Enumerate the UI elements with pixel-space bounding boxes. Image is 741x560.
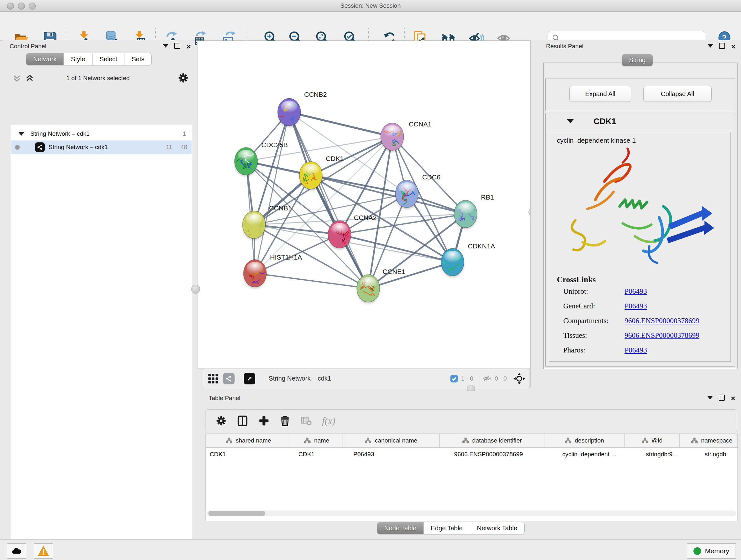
cloud-status-button[interactable]	[7, 543, 26, 559]
crosslink-row-tissues: Tissues:9606.ENSP00000378699	[549, 331, 731, 346]
window-close-traffic-light[interactable]	[7, 3, 14, 10]
expand-all-button[interactable]: Expand All	[569, 86, 631, 102]
column-tree-icon	[226, 437, 232, 444]
network-share-view-button[interactable]	[223, 373, 234, 384]
selected-checkbox-icon[interactable]	[450, 374, 459, 383]
main-toolbar: ?	[0, 12, 741, 41]
panel-float-icon[interactable]	[719, 43, 725, 49]
tab-network-table[interactable]: Network Table	[470, 522, 524, 534]
crosslink-label: Tissues:	[563, 331, 587, 340]
window-minimize-traffic-light[interactable]	[18, 3, 25, 10]
panel-float-icon[interactable]	[174, 43, 180, 49]
gear-icon	[178, 72, 189, 84]
warnings-button[interactable]	[34, 543, 53, 559]
network-node-CCNA2[interactable]: CCNA2	[328, 214, 377, 249]
column-header-shared-name[interactable]: shared name	[206, 434, 291, 447]
column-header-name[interactable]: name	[291, 434, 342, 447]
cell-canonical-name[interactable]: P06493	[349, 448, 450, 461]
node-count: 11	[166, 144, 172, 151]
cell-namespace[interactable]: stringdb	[701, 448, 738, 461]
tab-select[interactable]: Select	[92, 53, 125, 65]
crosslink-link[interactable]: P06493	[624, 302, 647, 310]
column-header-database-identifier[interactable]: database identifier	[440, 434, 544, 447]
open-in-window-button[interactable]	[244, 373, 255, 384]
tab-network[interactable]: Network	[26, 53, 64, 65]
warning-triangle-icon	[38, 545, 49, 557]
node-label-CCNE1: CCNE1	[383, 268, 405, 275]
network-collection-row[interactable]: String Network – cdk1 1	[11, 127, 192, 140]
column-header-description[interactable]: description	[544, 434, 624, 447]
tab-string[interactable]: String	[622, 54, 653, 66]
protein-card-header[interactable]: CDK1	[546, 113, 735, 130]
network-edge-CCNA1-CDC25B[interactable]	[246, 137, 392, 161]
selected-count: 1 - 0	[461, 375, 473, 382]
cell-shared-name[interactable]: CDK1	[206, 448, 294, 461]
crosslink-link[interactable]: 9606.ENSP00000378699	[624, 331, 699, 340]
network-edge-CDK1-CCNA1[interactable]	[311, 137, 392, 175]
table-settings-gear-button[interactable]	[215, 415, 227, 427]
crosslink-link[interactable]: P06493	[624, 346, 647, 354]
left-splitter-handle[interactable]	[191, 285, 200, 294]
network-node-HIST1H1A[interactable]: HIST1H1A	[244, 253, 302, 288]
network-row-selected[interactable]: String Network – cdk1 11 48	[11, 140, 192, 154]
network-edge-CCNB2-CCNA1[interactable]	[289, 112, 392, 137]
delete-column-button[interactable]	[279, 415, 291, 427]
network-edge-CDKN1A-CCNE1[interactable]	[368, 262, 453, 288]
crosslink-link[interactable]: 9606.ENSP00000378699	[624, 317, 699, 325]
collapse-all-button[interactable]: Collapse All	[643, 86, 712, 102]
crosslink-row-compartments: Compartments:9606.ENSP00000378699	[549, 317, 731, 331]
results-panel-tabs: String	[622, 54, 653, 66]
network-name: String Network – cdk1	[49, 144, 108, 151]
network-options-gear-button[interactable]	[178, 72, 189, 85]
table-horizontal-scrollbar[interactable]	[206, 510, 736, 516]
tab-sets[interactable]: Sets	[125, 53, 151, 65]
panel-close-icon[interactable]: ×	[731, 44, 736, 50]
panel-menu-icon[interactable]	[708, 44, 713, 48]
cell-name[interactable]: CDK1	[294, 448, 349, 461]
tab-edge-table[interactable]: Edge Table	[424, 522, 470, 534]
column-tree-icon	[364, 437, 372, 444]
netbar-separator	[478, 372, 478, 385]
protein-details: cyclin–dependent kinase 1	[549, 132, 731, 362]
network-node-CCNE1[interactable]: CCNE1	[357, 268, 405, 303]
cell-database-identifier[interactable]: 9606.ENSP00000378699	[450, 448, 558, 461]
column-header-canonical-name[interactable]: canonical name	[342, 434, 440, 447]
collapse-section-icon[interactable]	[567, 119, 574, 123]
add-column-button[interactable]	[258, 415, 270, 427]
crosslink-row-genecard: GeneCard:P06493	[549, 302, 731, 317]
network-edge-CCNA2-CDKN1A[interactable]	[340, 234, 453, 262]
table-row[interactable]: CDK1CDK1P064939606.ENSP00000378699cyclin…	[206, 448, 738, 461]
crosslink-label: Uniprot:	[563, 287, 588, 296]
status-bar: Memory	[0, 539, 741, 560]
show-columns-button[interactable]	[237, 415, 249, 427]
tree-expander-icon[interactable]	[18, 132, 24, 136]
memory-button[interactable]: Memory	[687, 543, 736, 559]
network-canvas[interactable]: CCNB2CCNA1CDC25BCDK1CDC6RB1CCNB1CCNA2CDK…	[197, 41, 530, 369]
grid-view-button[interactable]	[208, 373, 219, 384]
tab-style[interactable]: Style	[64, 53, 92, 65]
network-node-CCNB2[interactable]: CCNB2	[276, 91, 327, 127]
network-edge-CCNB2-HIST1H1A[interactable]	[255, 112, 289, 273]
column-header-namespace[interactable]: namespace	[680, 434, 738, 447]
panel-close-icon[interactable]: ×	[186, 44, 191, 50]
hidden-eye-icon[interactable]	[482, 374, 492, 383]
panel-menu-icon[interactable]	[707, 396, 713, 399]
network-edge-HIST1H1A-CCNE1[interactable]	[255, 273, 368, 288]
node-label-CDK1: CDK1	[326, 155, 344, 162]
table-type-tabs: Node Table Edge Table Network Table	[377, 522, 524, 534]
network-graph[interactable]: CCNB2CCNA1CDC25BCDK1CDC6RB1CCNB1CCNA2CDK…	[198, 41, 530, 368]
panel-close-icon[interactable]: ×	[731, 395, 735, 401]
panel-float-icon[interactable]	[719, 395, 725, 401]
cell-description[interactable]: cyclin–dependent ...	[558, 448, 642, 461]
tab-node-table[interactable]: Node Table	[377, 522, 424, 534]
window-zoom-traffic-light[interactable]	[29, 3, 36, 10]
panel-menu-icon[interactable]	[163, 44, 169, 48]
network-node-CCNA1[interactable]: CCNA1	[381, 120, 431, 151]
column-header--id[interactable]: @id	[624, 434, 680, 447]
scrollbar-thumb[interactable]	[208, 511, 265, 516]
node-label-CCNA1: CCNA1	[409, 120, 431, 128]
network-node-RB1[interactable]: RB1	[454, 193, 494, 229]
crosslink-link[interactable]: P06493	[624, 287, 647, 296]
birds-eye-view-button[interactable]	[513, 373, 525, 385]
cell--id[interactable]: stringdb:9...	[642, 448, 701, 461]
